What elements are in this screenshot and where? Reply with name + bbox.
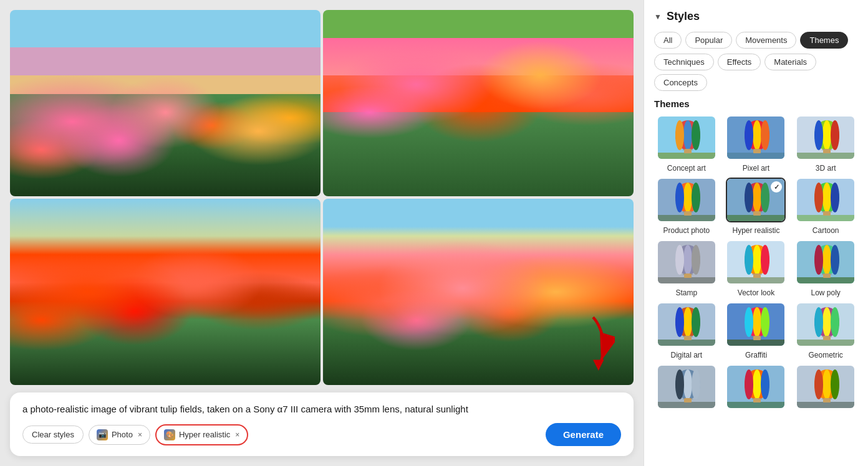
svg-rect-93 bbox=[727, 340, 786, 347]
svg-rect-21 bbox=[797, 153, 856, 160]
svg-point-50 bbox=[822, 183, 831, 212]
filter-row-1: AllPopularMovementsThemes bbox=[654, 32, 858, 49]
svg-rect-39 bbox=[727, 215, 786, 222]
svg-point-113 bbox=[683, 369, 692, 399]
theme-item-graffiti[interactable]: Graffiti bbox=[724, 302, 789, 359]
svg-point-95 bbox=[753, 307, 761, 337]
filter-btn-techniques[interactable]: Techniques bbox=[654, 54, 714, 70]
svg-point-34 bbox=[692, 183, 700, 212]
filter-btn-popular[interactable]: Popular bbox=[685, 32, 732, 49]
theme-item-product-photo[interactable]: Product photo bbox=[654, 178, 719, 235]
svg-point-32 bbox=[683, 183, 692, 212]
svg-point-132 bbox=[814, 369, 823, 399]
svg-point-60 bbox=[675, 245, 684, 275]
arrow-indicator bbox=[571, 310, 615, 379]
theme-label-geometric: Geometric bbox=[808, 351, 842, 359]
filter-btn-movements[interactable]: Movements bbox=[736, 32, 796, 49]
theme-thumb-theme-15 bbox=[796, 364, 856, 409]
generated-image-2 bbox=[323, 10, 634, 196]
theme-label-stamp: Stamp bbox=[675, 288, 697, 297]
svg-point-7 bbox=[692, 120, 700, 150]
svg-point-106 bbox=[831, 307, 839, 337]
svg-rect-57 bbox=[658, 277, 716, 285]
svg-rect-89 bbox=[684, 336, 692, 340]
theme-item-concept-art[interactable]: Concept art bbox=[654, 115, 719, 173]
svg-rect-80 bbox=[823, 273, 831, 278]
svg-point-15 bbox=[745, 120, 753, 150]
theme-label-concept-art: Concept art bbox=[667, 164, 706, 173]
prompt-text: a photo-realistic image of vibrant tulip… bbox=[22, 402, 621, 416]
svg-point-43 bbox=[761, 183, 769, 212]
svg-rect-116 bbox=[684, 398, 692, 402]
themes-grid: Concept art Pixel art 3D art bbox=[654, 115, 858, 413]
theme-item-digital-art[interactable]: Digital art bbox=[654, 302, 719, 359]
svg-point-105 bbox=[814, 307, 823, 337]
svg-point-25 bbox=[831, 120, 839, 150]
theme-label-product-photo: Product photo bbox=[663, 226, 710, 235]
theme-item-low-poly[interactable]: Low poly bbox=[793, 240, 858, 297]
svg-point-61 bbox=[692, 245, 700, 275]
svg-point-24 bbox=[814, 120, 823, 150]
theme-thumb-concept-art bbox=[657, 115, 716, 160]
collapse-icon[interactable]: ▼ bbox=[654, 12, 662, 21]
svg-rect-84 bbox=[658, 340, 716, 347]
hyper-realistic-tag-label: Hyper realistic bbox=[179, 430, 230, 439]
theme-thumb-low-poly bbox=[796, 240, 856, 285]
svg-point-6 bbox=[675, 120, 684, 150]
filter-btn-concepts[interactable]: Concepts bbox=[654, 74, 707, 91]
clear-styles-button[interactable]: Clear styles bbox=[22, 426, 84, 444]
theme-item-cartoon[interactable]: Cartoon bbox=[793, 178, 858, 235]
svg-point-70 bbox=[761, 245, 769, 275]
image-grid bbox=[0, 0, 644, 385]
theme-thumb-stamp bbox=[657, 240, 716, 285]
photo-style-tag[interactable]: 📷 Photo × bbox=[89, 425, 150, 445]
svg-rect-48 bbox=[797, 215, 856, 222]
filter-btn-materials[interactable]: Materials bbox=[764, 54, 816, 70]
theme-item-3d-art[interactable]: 3D art bbox=[793, 115, 858, 173]
svg-rect-71 bbox=[753, 273, 761, 278]
svg-point-41 bbox=[753, 183, 761, 212]
theme-item-vector-look[interactable]: Vector look bbox=[724, 240, 789, 297]
svg-point-115 bbox=[692, 369, 700, 399]
filter-btn-effects[interactable]: Effects bbox=[718, 54, 761, 70]
svg-rect-120 bbox=[727, 402, 786, 409]
svg-point-68 bbox=[753, 245, 761, 275]
main-area: a photo-realistic image of vibrant tulip… bbox=[0, 0, 644, 466]
theme-item-stamp[interactable]: Stamp bbox=[654, 240, 719, 297]
theme-thumb-product-photo bbox=[657, 178, 716, 222]
hyper-realistic-tag-close[interactable]: × bbox=[235, 430, 239, 439]
svg-point-77 bbox=[822, 245, 831, 275]
hyper-realistic-style-tag[interactable]: 🎨 Hyper realistic × bbox=[155, 424, 248, 445]
svg-marker-1 bbox=[593, 360, 604, 371]
svg-point-87 bbox=[675, 307, 684, 337]
svg-point-52 bbox=[831, 183, 839, 212]
svg-point-5 bbox=[683, 120, 692, 150]
prompt-actions: Clear styles 📷 Photo × 🎨 Hyper realistic… bbox=[22, 423, 621, 446]
filter-btn-themes[interactable]: Themes bbox=[800, 32, 848, 49]
theme-item-pixel-art[interactable]: Pixel art bbox=[724, 115, 789, 173]
svg-point-122 bbox=[753, 369, 761, 399]
generate-button[interactable]: Generate bbox=[546, 423, 621, 446]
theme-item-theme-14[interactable] bbox=[724, 364, 789, 413]
svg-point-78 bbox=[814, 245, 823, 275]
svg-rect-102 bbox=[797, 340, 856, 347]
theme-item-theme-13[interactable] bbox=[654, 364, 719, 413]
theme-thumb-hyper-realistic: ✓ bbox=[726, 178, 786, 222]
sidebar-inner: ▼ Styles AllPopularMovementsThemes Techn… bbox=[644, 0, 868, 466]
theme-thumb-cartoon bbox=[796, 178, 856, 222]
theme-item-geometric[interactable]: Geometric bbox=[793, 302, 858, 359]
theme-label-vector-look: Vector look bbox=[738, 288, 774, 297]
photo-tag-close[interactable]: × bbox=[138, 430, 142, 439]
svg-point-86 bbox=[683, 307, 692, 337]
svg-point-69 bbox=[745, 245, 753, 275]
svg-rect-30 bbox=[658, 215, 716, 222]
svg-rect-98 bbox=[753, 336, 761, 340]
themes-section-header: Themes bbox=[654, 98, 858, 109]
svg-point-16 bbox=[761, 120, 769, 150]
generated-image-4 bbox=[323, 199, 634, 385]
filter-btn-all[interactable]: All bbox=[654, 32, 682, 49]
theme-item-hyper-realistic[interactable]: ✓Hyper realistic bbox=[724, 178, 789, 235]
styles-header: ▼ Styles bbox=[654, 10, 858, 23]
theme-item-theme-15[interactable] bbox=[793, 364, 858, 413]
svg-point-96 bbox=[745, 307, 753, 337]
